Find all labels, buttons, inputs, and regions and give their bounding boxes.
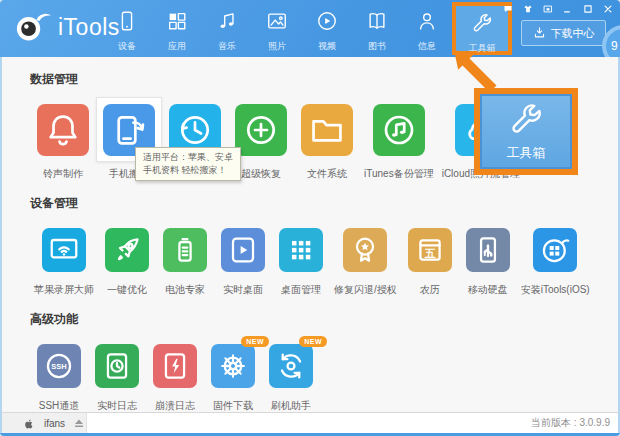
folder-icon	[301, 104, 353, 156]
tile-screen-recorder[interactable]: 苹果录屏大师	[30, 221, 98, 297]
main-nav: 设备 应用 音乐 照片 视频 图书 信息 工具箱	[102, 0, 512, 57]
tile-file-system[interactable]: 文件系统	[294, 97, 360, 181]
tile-realtime-log[interactable]: 实时日志	[88, 337, 146, 413]
tile-icon-frame: 五	[401, 221, 459, 278]
maximize-button[interactable]	[583, 4, 593, 14]
tile-desktop-manager[interactable]: 桌面管理	[272, 221, 330, 297]
tile-label: 一键优化	[103, 283, 151, 297]
nav-item-music[interactable]: 音乐	[202, 0, 252, 57]
tile-live-desktop[interactable]: 实时桌面	[214, 221, 272, 297]
calendar-icon: 五	[408, 228, 452, 272]
tile-install-itools-ios[interactable]: 安装iTools(iOS)	[517, 221, 594, 297]
refresh-gear-icon: NEW	[269, 344, 313, 388]
download-center-button[interactable]: 下载中心	[521, 20, 606, 46]
tile-label: 桌面管理	[277, 283, 325, 297]
tile-label: 崩溃日志	[151, 399, 199, 413]
tile-label: SSH通道	[35, 399, 84, 413]
bell-icon	[37, 104, 89, 156]
nav-label: 应用	[168, 40, 186, 53]
plus-restore-icon	[235, 104, 287, 156]
nav-item-info[interactable]: 信息	[402, 0, 452, 57]
tile-row: 苹果录屏大师 一键优化 电池专家 实时桌面 桌面管理 修复闪退/授权 五 农历 …	[30, 221, 618, 297]
nav-item-devices[interactable]: 设备	[102, 0, 152, 57]
tile-ssh-tunnel[interactable]: SSH SSH通道	[30, 337, 88, 413]
tile-row: SSH SSH通道 实时日志 崩溃日志 NEW 固件下载 NEW 刷机助手	[30, 337, 618, 413]
device-name: ifans	[44, 418, 65, 429]
new-badge: NEW	[241, 336, 269, 347]
new-badge: NEW	[299, 336, 327, 347]
nav-label: 照片	[268, 40, 286, 53]
section-title: 数据管理	[30, 57, 618, 88]
tile-lunar-calendar[interactable]: 五 农历	[401, 221, 459, 297]
tile-label: 修复闪退/授权	[330, 283, 401, 297]
feedback-button[interactable]	[503, 4, 513, 14]
nav-phone-icon	[116, 10, 138, 36]
svg-text:五: 五	[424, 247, 435, 259]
section: 设备管理 苹果录屏大师 一键优化 电池专家 实时桌面 桌面管理 修复闪退/授权 …	[30, 181, 618, 297]
device-selector[interactable]: ifans	[2, 413, 86, 433]
nav-item-books[interactable]: 图书	[352, 0, 402, 57]
tile-icon-frame	[294, 97, 360, 162]
nav-item-videos[interactable]: 视频	[302, 0, 352, 57]
skin-button[interactable]	[523, 4, 533, 14]
doc-flash-icon	[153, 344, 197, 388]
tile-ringtone-maker[interactable]: 铃声制作	[30, 97, 96, 181]
progress-badge-value: 9	[611, 39, 618, 53]
tile-one-click-optimize[interactable]: 一键优化	[98, 221, 156, 297]
tile-icon-frame	[336, 221, 394, 278]
tile-firmware-download[interactable]: NEW 固件下载	[204, 337, 262, 413]
tile-label: 农历	[416, 283, 444, 297]
tile-mobile-disk[interactable]: 移动硬盘	[459, 221, 517, 297]
wrench-icon	[508, 101, 544, 141]
grid-icon	[279, 228, 323, 272]
rocket-icon	[105, 228, 149, 272]
tooltip: 适用平台：苹果、安卓 手机资料 轻松搬家！	[135, 147, 241, 181]
tile-toolbox-large[interactable]: 工具箱	[480, 94, 572, 169]
minimize-button[interactable]	[563, 4, 573, 14]
battery-icon	[163, 228, 207, 272]
tile-flash-assistant[interactable]: NEW 刷机助手	[262, 337, 320, 413]
close-button[interactable]	[603, 4, 613, 14]
apple-icon	[24, 417, 35, 430]
tooltip-line1: 适用平台：苹果、安卓	[143, 151, 233, 164]
ssh-icon: SSH	[37, 344, 81, 388]
tile-label: 实时日志	[93, 399, 141, 413]
nav-music-icon	[216, 10, 238, 36]
tile-icon-frame	[272, 221, 330, 278]
nav-label: 设备	[118, 40, 136, 53]
nav-item-apps[interactable]: 应用	[152, 0, 202, 57]
tile-itunes-backup-manager[interactable]: iTunes备份管理	[360, 97, 438, 181]
tile-label: 安装iTools(iOS)	[517, 283, 594, 297]
mini-mode-button[interactable]	[543, 4, 553, 14]
nav-photo-icon	[266, 10, 288, 36]
tile-battery-expert[interactable]: 电池专家	[156, 221, 214, 297]
svg-text:SSH: SSH	[51, 362, 66, 371]
nav-book-icon	[366, 10, 388, 36]
toolbox-tile-label: 工具箱	[507, 144, 546, 162]
nav-item-photos[interactable]: 照片	[252, 0, 302, 57]
nav-video-icon	[316, 10, 338, 36]
tile-label: 实时桌面	[219, 283, 267, 297]
section: 高级功能 SSH SSH通道 实时日志 崩溃日志 NEW 固件下载 NEW 刷机…	[30, 297, 618, 413]
tile-label: 铃声制作	[39, 167, 87, 181]
tile-label: 移动硬盘	[464, 283, 512, 297]
tile-icon-frame	[30, 97, 96, 162]
download-center-label: 下载中心	[551, 26, 595, 41]
itools-window: iTools 设备 应用 音乐 照片 视频 图书 信息 工具箱 下载中心 9 数…	[0, 0, 620, 436]
tile-label: 刷机助手	[267, 399, 315, 413]
tile-crash-log[interactable]: 崩溃日志	[146, 337, 204, 413]
nav-label: 音乐	[218, 40, 236, 53]
statusbar-panel: 当前版本 : 3.0.9.9	[86, 413, 618, 433]
top-bar: iTools 设备 应用 音乐 照片 视频 图书 信息 工具箱 下载中心 9	[0, 0, 620, 57]
tile-icon-frame	[214, 221, 272, 278]
tile-icon-frame	[459, 221, 517, 278]
section-title: 高级功能	[30, 297, 618, 328]
tile-fix-crash-auth[interactable]: 修复闪退/授权	[330, 221, 401, 297]
tile-icon-frame	[88, 337, 146, 394]
doc-clock-icon	[95, 344, 139, 388]
tile-icon-frame	[146, 337, 204, 394]
eject-icon[interactable]	[74, 419, 84, 428]
itunes-note-icon	[373, 104, 425, 156]
tile-label: 苹果录屏大师	[30, 283, 98, 297]
screen-wifi-icon	[42, 228, 86, 272]
